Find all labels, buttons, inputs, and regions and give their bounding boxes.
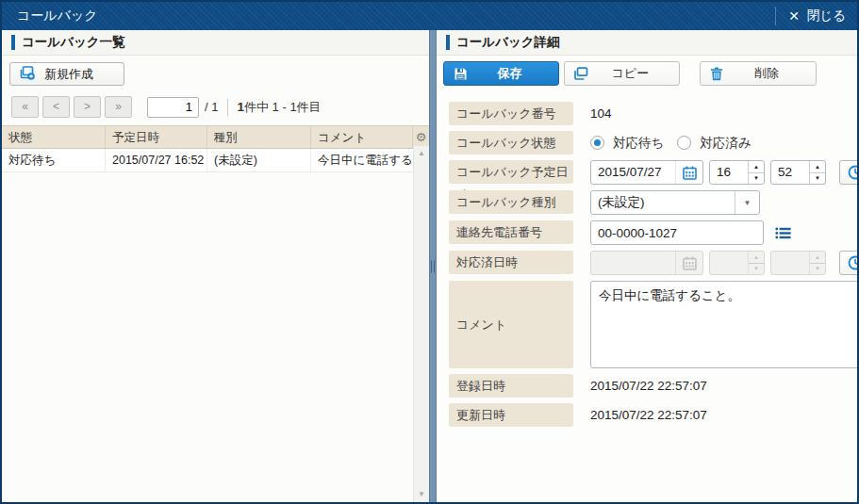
callback-table: 状態 予定日時 種別 コメント ⚙ 対応待ち 2015/07/27 16:52 …	[2, 125, 429, 172]
list-panel-title: コールバック一覧	[22, 34, 125, 51]
record-count-text: 件中 1 - 1件目	[244, 99, 322, 116]
calendar-icon	[683, 166, 697, 180]
radio-done-label: 対応済み	[700, 135, 751, 152]
save-button[interactable]: 保存	[443, 61, 559, 86]
column-header-status[interactable]: 状態	[2, 126, 106, 148]
completed-minute-spinner: ▲ ▼	[770, 251, 826, 275]
clock-icon	[848, 255, 858, 270]
phone-number-input[interactable]	[590, 220, 764, 245]
delete-label: 削除	[733, 65, 816, 82]
callback-status-label: コールバック状態	[449, 131, 573, 154]
radio-done[interactable]	[677, 136, 691, 150]
callback-type-select[interactable]: (未設定) ▼	[590, 190, 760, 215]
last-page-button[interactable]: »	[105, 96, 132, 118]
prev-page-button[interactable]: <	[42, 96, 70, 118]
set-current-time-button[interactable]	[839, 160, 857, 185]
table-row[interactable]: 対応待ち 2015/07/27 16:52 (未設定) 今日中に電話すること。	[2, 149, 413, 172]
phone-list-button[interactable]	[772, 222, 793, 243]
detail-form: コールバック番号 104 コールバック状態 対応待ち 対応済み コールバック予定…	[437, 86, 857, 427]
detail-toolbar: 保存 コピー	[437, 56, 857, 86]
scroll-down-icon[interactable]: ▼	[414, 490, 429, 498]
scheduled-minute-value: 52	[771, 161, 809, 184]
hour-down-icon: ▼	[749, 264, 764, 275]
cell-status: 対応待ち	[2, 149, 106, 171]
first-page-button[interactable]: «	[11, 96, 39, 118]
detail-panel-title: コールバック詳細	[456, 34, 560, 51]
completed-date-input	[590, 251, 703, 275]
copy-icon	[565, 67, 597, 81]
callback-window: コールバック ✕ 閉じる コールバック一覧	[0, 0, 859, 504]
pager-separator	[227, 99, 228, 116]
registered-label: 登録日時	[449, 374, 573, 398]
list-scrollbar[interactable]: ▲ ▼	[413, 146, 429, 502]
next-page-button[interactable]: >	[74, 96, 101, 118]
registered-value: 2015/07/22 22:57:07	[590, 374, 707, 398]
minute-up-icon: ▲	[810, 252, 825, 264]
new-document-icon	[20, 66, 36, 83]
hour-down-icon[interactable]: ▼	[749, 173, 764, 185]
scroll-up-icon[interactable]: ▲	[414, 149, 429, 157]
minute-down-icon[interactable]: ▼	[810, 173, 825, 185]
column-header-comment[interactable]: コメント	[311, 126, 413, 148]
completed-hour-spinner: ▲ ▼	[709, 251, 765, 275]
field-comment: コメント 今日中に電話すること。	[449, 281, 857, 368]
callback-number-value: 104	[590, 102, 612, 125]
record-count-strong: 1	[237, 100, 244, 114]
gear-icon[interactable]: ⚙	[416, 130, 427, 144]
column-settings-cell: ⚙	[413, 126, 429, 148]
callback-type-value: (未設定)	[591, 191, 735, 214]
column-header-type[interactable]: 種別	[207, 126, 311, 148]
close-button[interactable]: ✕ 閉じる	[775, 7, 846, 25]
title-bar: コールバック ✕ 閉じる	[2, 2, 857, 30]
completed-minute-value	[771, 252, 809, 274]
section-accent-bar	[11, 35, 15, 50]
scheduled-date-input[interactable]: 2015/07/27	[590, 160, 703, 185]
copy-button[interactable]: コピー	[564, 61, 680, 86]
scheduled-datetime-label: コールバック予定日時	[449, 160, 573, 184]
column-header-scheduled[interactable]: 予定日時	[106, 126, 207, 148]
trash-icon	[701, 67, 733, 81]
callback-detail-panel: コールバック詳細 保存	[437, 30, 857, 502]
scheduled-hour-spinner[interactable]: 16 ▲ ▼	[709, 160, 765, 185]
save-icon	[444, 67, 476, 81]
list-panel-header: コールバック一覧	[2, 30, 429, 56]
window-body: コールバック一覧 新規作成 « <	[2, 30, 857, 502]
panel-splitter[interactable]	[429, 30, 437, 502]
hour-up-icon[interactable]: ▲	[749, 161, 764, 173]
close-label: 閉じる	[807, 8, 846, 24]
scheduled-minute-spinner[interactable]: 52 ▲ ▼	[770, 160, 826, 185]
copy-label: コピー	[597, 65, 679, 82]
updated-value: 2015/07/22 22:57:07	[590, 403, 707, 427]
new-callback-label: 新規作成	[44, 66, 93, 83]
callback-number-label: コールバック番号	[449, 102, 573, 125]
completed-datetime-label: 対応済日時	[449, 251, 573, 274]
window-title: コールバック	[17, 8, 98, 24]
calendar-icon	[683, 256, 697, 270]
calendar-button[interactable]	[675, 161, 702, 184]
field-phone-number: 連絡先電話番号	[449, 220, 857, 245]
page-total: / 1	[205, 100, 218, 114]
comment-textarea[interactable]: 今日中に電話すること。	[590, 281, 857, 368]
minute-up-icon[interactable]: ▲	[810, 161, 825, 173]
comment-label: コメント	[449, 281, 573, 368]
field-callback-status: コールバック状態 対応待ち 対応済み	[449, 131, 857, 154]
pagination-bar: « < > » / 1 1 件中 1 - 1件目	[2, 96, 429, 118]
updated-label: 更新日時	[449, 403, 573, 427]
delete-button[interactable]: 削除	[700, 61, 817, 86]
field-callback-type: コールバック種別 (未設定) ▼	[449, 190, 857, 215]
clock-icon	[848, 165, 858, 180]
radio-waiting[interactable]	[590, 136, 604, 150]
set-completed-time-button[interactable]	[839, 251, 857, 275]
cell-comment: 今日中に電話すること。	[311, 149, 413, 171]
completed-date-value	[591, 252, 675, 274]
cell-scheduled: 2015/07/27 16:52	[106, 149, 207, 171]
hour-up-icon: ▲	[749, 252, 764, 264]
list-toolbar: 新規作成	[2, 56, 429, 86]
close-icon: ✕	[788, 9, 800, 23]
scheduled-hour-value: 16	[710, 161, 748, 184]
field-completed-datetime: 対応済日時	[449, 251, 857, 275]
page-number-input[interactable]	[147, 97, 199, 118]
section-accent-bar	[446, 35, 450, 50]
new-callback-button[interactable]: 新規作成	[9, 62, 124, 86]
callback-list-panel: コールバック一覧 新規作成 « <	[2, 30, 429, 502]
